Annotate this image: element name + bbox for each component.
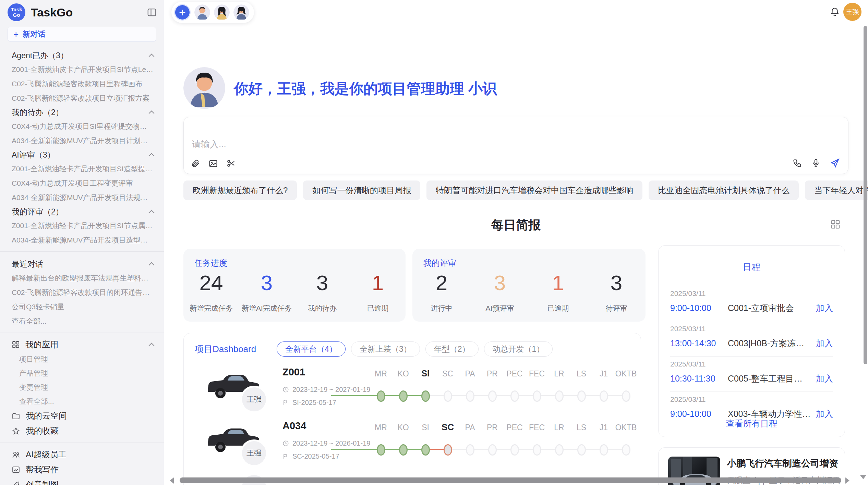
- view-all-schedule-link[interactable]: 查看所有日程: [659, 418, 845, 429]
- image-icon[interactable]: [208, 159, 218, 168]
- suggestion-chip[interactable]: 当下年轻人对汽车外观有怎样的喜好趋势: [805, 181, 868, 200]
- milestone-node: [555, 390, 564, 402]
- scroll-left-arrow-icon[interactable]: [170, 477, 174, 484]
- sidebar-header: Task Go TaskGo: [0, 0, 164, 25]
- sidebar-item-project-mgmt[interactable]: 项目管理: [0, 352, 164, 366]
- agent-avatar-3[interactable]: [233, 4, 249, 20]
- user-avatar[interactable]: 王强: [843, 3, 861, 21]
- view-all-apps-link[interactable]: 查看全部...: [0, 394, 164, 408]
- chevron-up-icon: [149, 210, 155, 215]
- schedule-item: 2025/03/11 10:30-11:30 C005-整车工程目标评审 加入: [670, 357, 833, 392]
- milestone-node: [555, 444, 564, 456]
- sidebar-item-favorites[interactable]: 我的收藏: [0, 423, 164, 438]
- milestone-node-overdue: [444, 444, 452, 456]
- greeting-text: 你好，王强，我是你的项目管理助理 小识: [234, 79, 497, 98]
- folder-icon: [12, 412, 20, 420]
- sidebar-group-agent-done[interactable]: Agent已办（3）: [12, 49, 154, 62]
- suggestion-chip[interactable]: 如何写一份清晰的项目周报: [303, 181, 420, 200]
- daily-briefing-title: 每日简报: [183, 217, 848, 234]
- send-icon[interactable]: [830, 158, 840, 168]
- project-row[interactable]: 王强 A034 2023-12-19 ~ 2026-01-19 SC-2025-…: [194, 420, 637, 473]
- sidebar-item[interactable]: A034-全新新能源MUV产品开发项目法规符合性评审: [12, 190, 154, 205]
- sidebar-item[interactable]: C0X4-动力总成开发项目工程变更评审: [12, 176, 154, 190]
- sidebar-item[interactable]: A034-全新新能源MUV产品开发项目造型可行性评审: [12, 233, 154, 247]
- sidebar-group-my-review[interactable]: 我的评审（2）: [12, 205, 154, 219]
- people-icon: [12, 450, 20, 459]
- sidebar-item[interactable]: C02-飞腾新能源轻客改款项目立项汇报方案: [12, 91, 154, 105]
- sidebar-item[interactable]: 解释最新出台的欧盟报废车法规再生塑料比例被调至15%...: [12, 271, 154, 285]
- scissors-icon[interactable]: [226, 159, 236, 168]
- join-link[interactable]: 加入: [816, 338, 833, 349]
- sidebar-group-ai-review[interactable]: AI评审（3）: [12, 148, 154, 162]
- sidebar-item-product-mgmt[interactable]: 产品管理: [0, 366, 164, 380]
- group-label: 我的待办（2）: [12, 107, 63, 118]
- sidebar-item[interactable]: 公司Q3轻卡销量: [12, 300, 154, 314]
- vertical-scrollbar-thumb[interactable]: [864, 26, 867, 364]
- milestone-timeline: MR KO SI SC PA PR PEC FEC LR LS J1 OKTB: [331, 366, 641, 417]
- sidebar-item[interactable]: C02-飞腾新能源轻客改款项目里程碑画布: [12, 77, 154, 91]
- sidebar-group-recent-chats[interactable]: 最近对话: [12, 257, 154, 271]
- milestone-node: [577, 444, 586, 456]
- scroll-down-arrow-icon[interactable]: [860, 475, 867, 479]
- view-all-chats-link[interactable]: 查看全部...: [12, 314, 154, 328]
- milestone-label: OKTB: [612, 423, 640, 432]
- tab-new-body[interactable]: 全新上装（3）: [351, 341, 420, 357]
- stat-in-progress: 2 进行中: [412, 271, 471, 313]
- notification-bell-icon[interactable]: [830, 7, 840, 18]
- microphone-icon[interactable]: [811, 158, 821, 168]
- milestone-node: [600, 390, 608, 402]
- milestone-label: OKTB: [612, 369, 640, 378]
- sidebar-item[interactable]: C0X4-动力总成开发项目SI里程碑提交物检查: [12, 119, 154, 134]
- card-title: 任务进度: [194, 258, 227, 269]
- stat-value: 2: [412, 271, 471, 295]
- schedule-item: 2025/03/11 9:00-10:00 C001-立项审批会 加入: [670, 286, 833, 321]
- suggestion-chip[interactable]: 欧洲新规最近颁布了什么?: [183, 181, 297, 200]
- sidebar-item-change-mgmt[interactable]: 变更管理: [0, 380, 164, 394]
- entry-label: 创意制图: [26, 479, 59, 485]
- project-row[interactable]: 王强 Z001 2023-12-19 ~ 2027-01-19 SI-2025-…: [194, 366, 637, 419]
- tab-powertrain[interactable]: 动总开发（1）: [484, 341, 553, 357]
- tab-model-year[interactable]: 年型（2）: [425, 341, 479, 357]
- schedule-time: 10:30-11:30: [670, 374, 728, 384]
- entry-label: 我的收藏: [26, 425, 59, 436]
- stat-value: 1: [350, 271, 406, 295]
- suggestion-chip[interactable]: 比亚迪全固态电池计划具体说了什么: [649, 181, 799, 200]
- divider: [0, 251, 164, 252]
- horizontal-scrollbar-thumb[interactable]: [180, 477, 841, 483]
- stat-value: 3: [471, 271, 529, 295]
- sidebar-group-my-todo[interactable]: 我的待办（2）: [12, 105, 154, 119]
- join-link[interactable]: 加入: [816, 302, 833, 314]
- chat-input[interactable]: 请输入...: [183, 117, 848, 174]
- sidebar-item[interactable]: A034-全新新能源MUV产品开发项目计划变更表编写: [12, 134, 154, 148]
- milestone-node-done: [377, 444, 385, 456]
- sidebar-item[interactable]: Z001-全新燃油轻卡产品开发项目SI节点属性5D文件评审: [12, 219, 154, 233]
- suggestion-chip[interactable]: 特朗普可能对进口汽车增税会对中国车企造成哪些影响: [426, 181, 642, 200]
- phone-icon[interactable]: [793, 158, 802, 168]
- project-flag: SC-2025-05-17: [282, 452, 339, 460]
- schedule-time: 9:00-10:00: [670, 303, 728, 313]
- project-code: A034: [282, 420, 306, 432]
- join-link[interactable]: 加入: [816, 373, 833, 384]
- agent-avatar-1[interactable]: [194, 4, 210, 20]
- sidebar-item-creative-drawing[interactable]: 创意制图: [0, 477, 164, 485]
- stat-label: 新增完成任务: [183, 303, 239, 313]
- sidebar-collapse-icon[interactable]: [147, 7, 157, 17]
- tab-new-platform[interactable]: 全新平台（4）: [277, 341, 346, 357]
- add-agent-button[interactable]: +: [174, 4, 191, 21]
- stat-value: 24: [183, 271, 239, 295]
- sidebar-item[interactable]: Z001-全新燃油皮卡产品开发项目SI节点Lesson Learn报告: [12, 62, 154, 77]
- new-chat-button[interactable]: + 新对话: [8, 27, 156, 42]
- layout-grid-icon[interactable]: [830, 219, 841, 231]
- attachment-icon[interactable]: [191, 159, 200, 168]
- agent-avatar-2[interactable]: [214, 4, 230, 20]
- group-label: AI评审（3）: [12, 150, 55, 160]
- sidebar-item[interactable]: Z001-全新燃油轻卡产品开发项目SI造型提交物评审: [12, 162, 154, 176]
- sidebar-group-my-apps[interactable]: 我的应用: [0, 337, 164, 352]
- milestone-node: [444, 390, 452, 402]
- sidebar-item-help-me-write[interactable]: 帮我写作: [0, 462, 164, 477]
- stat-label: AI预评审: [471, 303, 529, 313]
- sidebar-item-cloud-space[interactable]: 我的云空间: [0, 408, 164, 423]
- sidebar-item[interactable]: C02-飞腾新能源轻客改款项目的闭环通告反馈情况: [12, 285, 154, 300]
- sidebar-item-ai-super-staff[interactable]: AI超级员工: [0, 447, 164, 462]
- scroll-right-arrow-icon[interactable]: [845, 477, 849, 484]
